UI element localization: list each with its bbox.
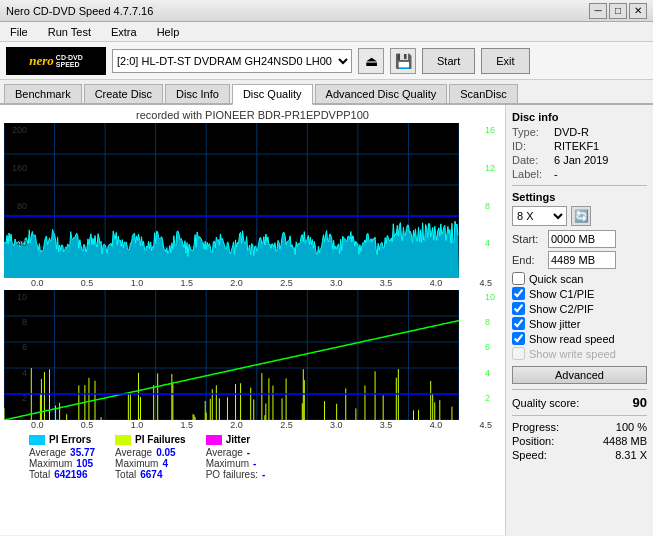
progress-row: Progress: 100 %: [512, 421, 647, 433]
quick-scan-label[interactable]: Quick scan: [529, 273, 583, 285]
pi-errors-label: PI Errors: [49, 434, 91, 445]
menu-run-test[interactable]: Run Test: [42, 24, 97, 40]
tab-scandisc[interactable]: ScanDisc: [449, 84, 517, 103]
exit-button[interactable]: Exit: [481, 48, 529, 74]
show-read-speed-row: Show read speed: [512, 332, 647, 345]
progress-label: Progress:: [512, 421, 559, 433]
show-jitter-checkbox[interactable]: [512, 317, 525, 330]
chart-area: recorded with PIONEER BDR-PR1EPDVPP100 2…: [0, 105, 505, 535]
title-bar: Nero CD-DVD Speed 4.7.7.16 ─ □ ✕: [0, 0, 653, 22]
pi-errors-max-value: 105: [76, 458, 93, 469]
tab-disc-quality[interactable]: Disc Quality: [232, 84, 313, 105]
quick-scan-checkbox[interactable]: [512, 272, 525, 285]
lower-y-axis-right: 10 8 6 4 2: [483, 290, 501, 420]
show-c2-row: Show C2/PIF: [512, 302, 647, 315]
tab-disc-info[interactable]: Disc Info: [165, 84, 230, 103]
tab-advanced-disc-quality[interactable]: Advanced Disc Quality: [315, 84, 448, 103]
jitter-color: [206, 435, 222, 445]
menu-help[interactable]: Help: [151, 24, 186, 40]
id-value: RITEKF1: [554, 140, 599, 152]
start-button[interactable]: Start: [422, 48, 475, 74]
right-panel: Disc info Type: DVD-R ID: RITEKF1 Date: …: [505, 105, 653, 535]
speed-result-row: Speed: 8.31 X: [512, 449, 647, 461]
menu-extra[interactable]: Extra: [105, 24, 143, 40]
start-label: Start:: [512, 233, 544, 245]
lower-chart-wrapper: 10 8 6 4 2 10 8 6 4 2 0.0: [4, 290, 501, 430]
show-write-speed-row: Show write speed: [512, 347, 647, 360]
legend-pi-errors: PI Errors Average 35.77 Maximum 105 Tota…: [29, 434, 95, 480]
advanced-button[interactable]: Advanced: [512, 366, 647, 384]
drive-select[interactable]: [2:0] HL-DT-ST DVDRAM GH24NSD0 LH00: [112, 49, 352, 73]
pi-errors-color: [29, 435, 45, 445]
minimize-button[interactable]: ─: [589, 3, 607, 19]
lower-x-axis: 0.0 0.5 1.0 1.5 2.0 2.5 3.0 3.5 4.0 4.5: [29, 420, 494, 430]
window-controls: ─ □ ✕: [589, 3, 647, 19]
upper-y-axis-left: 200 160 80 40: [4, 123, 29, 278]
menu-bar: File Run Test Extra Help: [0, 22, 653, 42]
divider-3: [512, 415, 647, 416]
eject-icon-button[interactable]: ⏏: [358, 48, 384, 74]
chart-title: recorded with PIONEER BDR-PR1EPDVPP100: [4, 109, 501, 121]
show-write-speed-checkbox: [512, 347, 525, 360]
toolbar: nero CD·DVDSPEED [2:0] HL-DT-ST DVDRAM G…: [0, 42, 653, 80]
end-label: End:: [512, 254, 544, 266]
show-c1-checkbox[interactable]: [512, 287, 525, 300]
tab-create-disc[interactable]: Create Disc: [84, 84, 163, 103]
tabs: Benchmark Create Disc Disc Info Disc Qua…: [0, 80, 653, 105]
upper-chart-wrapper: 200 160 80 40 16 12 8 4 0.0 0.5 1.: [4, 123, 501, 288]
window-title: Nero CD-DVD Speed 4.7.7.16: [6, 5, 153, 17]
date-value: 6 Jan 2019: [554, 154, 608, 166]
label-value: -: [554, 168, 558, 180]
legend-pi-failures: PI Failures Average 0.05 Maximum 4 Total…: [115, 434, 186, 480]
quick-scan-row: Quick scan: [512, 272, 647, 285]
tab-benchmark[interactable]: Benchmark: [4, 84, 82, 103]
pi-failures-color: [115, 435, 131, 445]
pi-errors-total-label: Total: [29, 469, 50, 480]
show-c1-label[interactable]: Show C1/PIE: [529, 288, 594, 300]
pi-errors-max-label: Maximum: [29, 458, 72, 469]
close-button[interactable]: ✕: [629, 3, 647, 19]
show-jitter-label[interactable]: Show jitter: [529, 318, 580, 330]
quality-score-value: 90: [633, 395, 647, 410]
show-jitter-row: Show jitter: [512, 317, 647, 330]
date-label: Date:: [512, 154, 550, 166]
chart-legend: PI Errors Average 35.77 Maximum 105 Tota…: [29, 434, 501, 480]
end-input[interactable]: [548, 251, 616, 269]
start-input[interactable]: [548, 230, 616, 248]
lower-y-axis-left: 10 8 6 4 2: [4, 290, 29, 420]
id-label: ID:: [512, 140, 550, 152]
type-value: DVD-R: [554, 126, 589, 138]
show-write-speed-label: Show write speed: [529, 348, 616, 360]
settings-title: Settings: [512, 191, 647, 203]
show-read-speed-label[interactable]: Show read speed: [529, 333, 615, 345]
show-read-speed-checkbox[interactable]: [512, 332, 525, 345]
speed-select[interactable]: 8 X Max 2 X 4 X 6 X 12 X 16 X: [512, 206, 567, 226]
quality-score-label: Quality score:: [512, 397, 579, 409]
upper-y-axis-right: 16 12 8 4: [483, 123, 501, 278]
disc-date-row: Date: 6 Jan 2019: [512, 154, 647, 166]
speed-result-label: Speed:: [512, 449, 547, 461]
show-c2-checkbox[interactable]: [512, 302, 525, 315]
pi-errors-total-value: 642196: [54, 469, 87, 480]
label-label: Label:: [512, 168, 550, 180]
divider-1: [512, 185, 647, 186]
show-c1-row: Show C1/PIE: [512, 287, 647, 300]
main-content: recorded with PIONEER BDR-PR1EPDVPP100 2…: [0, 105, 653, 535]
legend-jitter: Jitter Average - Maximum - PO failures: …: [206, 434, 266, 480]
progress-value: 100 %: [616, 421, 647, 433]
settings-icon-button[interactable]: 🔄: [571, 206, 591, 226]
speed-result-value: 8.31 X: [615, 449, 647, 461]
menu-file[interactable]: File: [4, 24, 34, 40]
position-label: Position:: [512, 435, 554, 447]
pi-failures-label: PI Failures: [135, 434, 186, 445]
maximize-button[interactable]: □: [609, 3, 627, 19]
quality-score-row: Quality score: 90: [512, 395, 647, 410]
jitter-label: Jitter: [226, 434, 250, 445]
divider-2: [512, 389, 647, 390]
pi-errors-avg-value: 35.77: [70, 447, 95, 458]
start-row: Start:: [512, 230, 647, 248]
save-icon-button[interactable]: 💾: [390, 48, 416, 74]
show-c2-label[interactable]: Show C2/PIF: [529, 303, 594, 315]
disc-type-row: Type: DVD-R: [512, 126, 647, 138]
position-row: Position: 4488 MB: [512, 435, 647, 447]
